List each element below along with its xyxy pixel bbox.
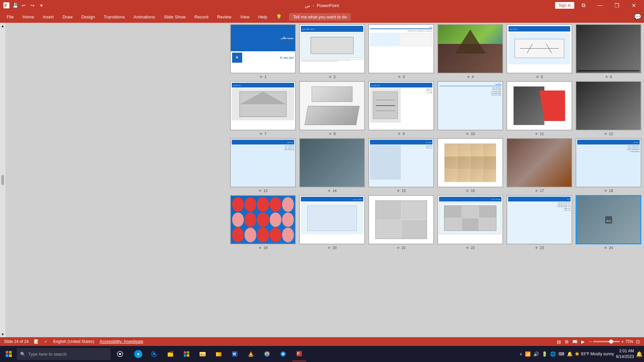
menu-animations[interactable]: Animations	[129, 13, 159, 21]
slide-thumb-9[interactable]: سقف طاق ضربی متن توضیح	[368, 81, 434, 130]
slide-thumb-8[interactable]	[299, 81, 365, 130]
undo-button[interactable]: ↩	[20, 2, 28, 9]
vlc-button[interactable]	[244, 347, 258, 361]
menu-slideshow[interactable]: Slide Show	[160, 13, 190, 21]
zoom-out-button[interactable]: −	[589, 339, 592, 344]
slide-item-21[interactable]: ★ 21	[368, 195, 434, 250]
start-button[interactable]	[1, 347, 16, 361]
slide-thumb-5[interactable]: صفحه خرپا	[506, 24, 572, 73]
slide-thumb-14[interactable]	[299, 138, 365, 187]
slide-thumb-20[interactable]: ویبریشن و تراریت	[299, 195, 365, 244]
slide-thumb-17[interactable]	[506, 138, 572, 187]
comments-button[interactable]: 💬	[634, 13, 641, 20]
weather-widget[interactable]: ☀️ 93°F Mostly sunny	[575, 352, 614, 356]
slide-item-6[interactable]: ★ 6	[576, 24, 641, 79]
speaker-icon[interactable]: 🔔	[567, 351, 573, 357]
slide-thumb-4[interactable]	[437, 24, 503, 73]
slide-thumb-21[interactable]	[368, 195, 434, 244]
slide-thumb-6[interactable]	[576, 24, 641, 73]
slide-thumb-24[interactable]: 10 m	[576, 195, 641, 244]
slide-thumb-1[interactable]: بسمه تعالی 🏛 انواع سقف ها	[230, 24, 296, 73]
keyboard-icon[interactable]: ⌨	[558, 352, 564, 356]
file-explorer-button[interactable]	[163, 347, 178, 361]
app-button-8[interactable]	[276, 347, 290, 361]
notification-center-button[interactable]: 🔔	[636, 351, 643, 357]
zoom-slider[interactable]	[593, 341, 620, 342]
slide-thumb-12[interactable]	[576, 81, 641, 130]
slide-item-4[interactable]: ★ 4	[437, 24, 503, 79]
slide-item-3[interactable]: خرپا متن توضیحی درباره انواع خرپا و سازه…	[368, 24, 434, 79]
slide-item-13[interactable]: سقف فلزی • متن توضیحی اول • متن توضیحی د…	[230, 138, 296, 193]
restore-button[interactable]: ❐	[609, 0, 625, 11]
reading-view-button[interactable]: 📖	[572, 338, 578, 345]
notification-icon[interactable]: 🌐	[550, 351, 556, 357]
ribbon-display-button[interactable]: ⧉	[576, 0, 591, 11]
word-button[interactable]: W	[227, 347, 242, 361]
scroll-thumb-vertical[interactable]	[1, 175, 4, 185]
menu-design[interactable]: Design	[77, 13, 99, 21]
slide-item-24[interactable]: 10 m ★ 24	[576, 195, 641, 250]
slide-item-16[interactable]: ★ 16	[437, 138, 503, 193]
volume-icon[interactable]: 🔊	[533, 351, 539, 357]
slide-item-7[interactable]: سقف های خاص ★ 7	[230, 81, 296, 136]
show-hidden-icons[interactable]: ∧	[520, 352, 522, 356]
close-button[interactable]: ✕	[626, 0, 641, 11]
slide-item-11[interactable]: ★ 11	[506, 81, 572, 136]
slideshow-button[interactable]: ▶	[580, 338, 586, 345]
accessibility-label[interactable]: Accessibility: Investigate	[100, 339, 143, 344]
slide-item-8[interactable]: ★ 8	[299, 81, 365, 136]
battery-icon[interactable]: 🔋	[542, 351, 547, 357]
file-manager-button[interactable]	[211, 347, 226, 361]
slide-item-23[interactable]: مزایا • مزیت اول این نوع سقف • مزیت دوم …	[506, 195, 572, 250]
menu-home[interactable]: Home	[18, 13, 38, 21]
chrome-button[interactable]	[260, 347, 274, 361]
slide-item-20[interactable]: ویبریشن و تراریت ★ 20	[299, 195, 365, 250]
slide-thumb-18[interactable]: سقف قاب • بند اول توضیحی سقف • بند دوم ت…	[576, 138, 641, 187]
scroll-down-arrow[interactable]: ▼	[0, 332, 5, 337]
slide-thumb-13[interactable]: سقف فلزی • متن توضیحی اول • متن توضیحی د…	[230, 138, 296, 187]
slide-item-5[interactable]: صفحه خرپا ★ 5	[506, 24, 572, 79]
slide-item-12[interactable]: ★ 12	[576, 81, 641, 136]
slide-item-19[interactable]: ★ 19	[230, 195, 296, 250]
task-view-button[interactable]	[113, 347, 127, 361]
menu-view[interactable]: View	[236, 13, 254, 21]
slide-thumb-3[interactable]: خرپا متن توضیحی درباره انواع خرپا و سازه…	[368, 24, 434, 73]
microsoft-store-button[interactable]	[179, 347, 194, 361]
redo-button[interactable]: ↪	[29, 2, 36, 9]
menu-transitions[interactable]: Transitions	[100, 13, 129, 21]
slide-item-17[interactable]: ★ 17	[506, 138, 572, 193]
photos-button[interactable]	[195, 347, 210, 361]
slide-thumb-19[interactable]	[230, 195, 296, 244]
fit-to-window-button[interactable]: ⊡	[636, 339, 640, 344]
slide-thumb-7[interactable]: سقف های خاص	[230, 81, 296, 130]
menu-help[interactable]: Help	[254, 13, 271, 21]
slide-thumb-16[interactable]	[437, 138, 503, 187]
slide-sorter-button[interactable]: ⊞	[564, 338, 570, 345]
menu-insert[interactable]: Insert	[39, 13, 58, 21]
menu-draw[interactable]: Draw	[58, 13, 76, 21]
network-icon[interactable]: 📶	[525, 351, 531, 357]
menu-review[interactable]: Review	[213, 13, 235, 21]
taskbar-search[interactable]: 🔍 Type here to search	[17, 348, 111, 360]
slide-thumb-11[interactable]	[506, 81, 572, 130]
edge-browser-button[interactable]	[147, 347, 162, 361]
slide-item-15[interactable]: سقف قاب متن توضیحی درباره سقف ★ 15	[368, 138, 434, 193]
menu-file[interactable]: File	[3, 13, 18, 21]
slide-thumb-2[interactable]: سقف طاق ضربی	[299, 24, 365, 73]
scroll-bar-vertical[interactable]: ▲ ▼	[0, 23, 5, 337]
slide-item-18[interactable]: سقف قاب • بند اول توضیحی سقف • بند دوم ت…	[576, 138, 641, 193]
slide-item-22[interactable]: سقف قاب مرکب	[437, 195, 503, 250]
slide-item-14[interactable]: ★ 14	[299, 138, 365, 193]
powerpoint-taskbar-button[interactable]: P	[292, 347, 307, 361]
slide-item-1[interactable]: بسمه تعالی 🏛 انواع سقف ها ★ 1	[230, 24, 296, 79]
save-button[interactable]: 💾	[11, 2, 19, 9]
slide-thumb-22[interactable]: سقف قاب مرکب	[437, 195, 503, 244]
normal-view-button[interactable]: ▤	[555, 338, 562, 345]
clock[interactable]: 2:01 AM 6/14/2023	[616, 348, 634, 360]
slide-thumb-23[interactable]: مزایا • مزیت اول این نوع سقف • مزیت دوم …	[506, 195, 572, 244]
sign-in-button[interactable]: Sign in	[555, 2, 574, 9]
slide-thumb-10[interactable]: ویژگی‌ها • ویژگی اول سازه • ویژگی دوم سا…	[437, 81, 503, 130]
slide-thumb-15[interactable]: سقف قاب متن توضیحی درباره سقف	[368, 138, 434, 187]
tell-me-input[interactable]: Tell me what you want to do	[289, 13, 351, 21]
zoom-thumb[interactable]	[609, 340, 613, 344]
